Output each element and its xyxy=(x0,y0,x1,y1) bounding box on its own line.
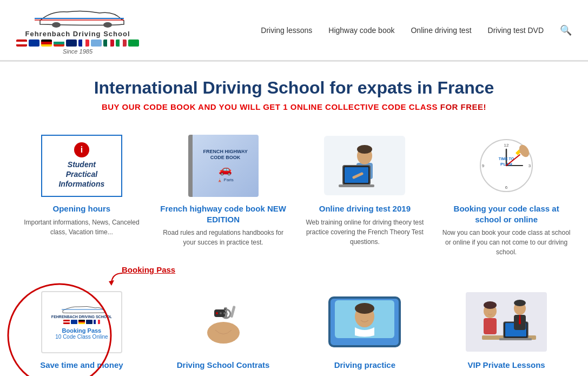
card-title-vip: VIP Private Lessons xyxy=(468,360,545,371)
card-title-contrats: Driving School Contrats xyxy=(177,360,270,371)
svg-rect-46 xyxy=(499,338,532,340)
card-desc-opening-hours: Important informations, News, Canceled c… xyxy=(16,217,147,237)
svg-text:6: 6 xyxy=(505,185,508,190)
search-icon-button[interactable]: 🔍 xyxy=(560,24,572,36)
cards-row-2-wrapper: Booking Pass FEHRENBACH DRIVING SCHOOL xyxy=(0,268,588,376)
card-title-opening-hours: Opening hours xyxy=(53,203,111,214)
bp-subtitle-text: 10 Code Class Online xyxy=(55,334,108,340)
nav-online-driving-test[interactable]: Online driving test xyxy=(411,26,471,35)
flag-us-icon xyxy=(16,39,27,47)
svg-point-35 xyxy=(223,312,226,314)
card-code-book[interactable]: FRENCH HIGHWAYCODE BOOK 🚗 🗼 Paris French… xyxy=(158,133,289,257)
nav-driving-lessons[interactable]: Driving lessons xyxy=(261,26,312,35)
bp-title-text: Booking Pass xyxy=(62,327,102,334)
svg-point-48 xyxy=(484,301,497,309)
bp-flag-row xyxy=(63,320,100,324)
card-image-contrats xyxy=(180,289,267,354)
flag-fr-icon xyxy=(78,39,89,47)
booking-pass-annotation: Booking Pass xyxy=(122,265,175,274)
card-desc-vip: VIP private lesson for theory and practi… xyxy=(441,374,572,377)
card-title-save-money: Save time and money xyxy=(40,360,123,371)
card-online-test[interactable]: Online driving test 2019 Web training on… xyxy=(300,133,431,257)
logo-text: Fehrenbach Driving School xyxy=(25,30,130,38)
card-title-driving-practice: Driving practice xyxy=(334,360,395,371)
nav-driving-test-dvd[interactable]: Driving test DVD xyxy=(488,26,544,35)
card-image-save-money: FEHRENBACH DRIVING SCHOOL Booking Pass 1… xyxy=(38,289,125,354)
svg-marker-23 xyxy=(109,280,114,286)
svg-point-51 xyxy=(514,300,526,306)
card-driving-practice[interactable]: Driving practice Your driving practice f… xyxy=(300,289,431,376)
booking-pass-card-visual: FEHRENBACH DRIVING SCHOOL Booking Pass 1… xyxy=(41,291,122,353)
bp-car-logo xyxy=(57,304,106,315)
card-title-online-test: Online driving test 2019 xyxy=(319,203,411,214)
card-desc-code-book: Road rules and regulations handbooks for… xyxy=(158,228,289,247)
svg-rect-36 xyxy=(230,306,236,318)
codebook-car-icon: 🚗 xyxy=(219,163,232,176)
svg-text:12: 12 xyxy=(504,143,509,148)
svg-text:TIME TO: TIME TO xyxy=(499,157,514,161)
card-image-student-info: i StudentPracticalInformations xyxy=(38,133,125,198)
flag-it-icon xyxy=(116,39,127,47)
card-vip-lessons[interactable]: VIP Private Lessons VIP private lesson f… xyxy=(441,289,572,376)
nav-highway-code-book[interactable]: Highway code book xyxy=(328,26,394,35)
svg-point-0 xyxy=(52,22,61,28)
svg-rect-30 xyxy=(224,308,226,310)
bp-flag-eu xyxy=(71,320,77,324)
svg-point-1 xyxy=(103,22,112,28)
bp-flag-gb xyxy=(86,320,93,324)
svg-point-26 xyxy=(207,322,240,344)
svg-point-34 xyxy=(220,312,222,314)
codebook-cover-text: FRENCH HIGHWAYCODE BOOK xyxy=(203,149,248,161)
card-save-money[interactable]: FEHRENBACH DRIVING SCHOOL Booking Pass 1… xyxy=(16,289,147,376)
flag-eu-icon xyxy=(29,39,39,47)
card-desc-save-money: Booking Pass for 10 x 2 hours online cod… xyxy=(16,374,147,377)
card-image-code-book: FRENCH HIGHWAYCODE BOOK 🚗 🗼 Paris xyxy=(180,133,267,198)
flag-row xyxy=(16,39,139,47)
flag-mx-icon xyxy=(103,39,114,47)
card-desc-contrats: Driving School can assist you with a var… xyxy=(158,374,289,377)
student-info-text: StudentPracticalInformations xyxy=(58,160,104,189)
card-booking-class[interactable]: 12 3 6 9 TIME TO PLAN Booking your code … xyxy=(441,133,572,257)
site-header: Fehrenbach Driving School Since 1985 Dri… xyxy=(0,0,588,61)
cards-row-2-grid: FEHRENBACH DRIVING SCHOOL Booking Pass 1… xyxy=(16,268,572,376)
logo-since: Since 1985 xyxy=(63,48,93,55)
svg-rect-49 xyxy=(484,318,497,334)
bp-school-name-text: FEHRENBACH DRIVING SCHOOL xyxy=(51,315,112,319)
hero-section: International Driving School for expats … xyxy=(0,62,588,122)
card-image-booking-class: 12 3 6 9 TIME TO PLAN xyxy=(463,133,550,198)
flag-ar-icon xyxy=(91,39,102,47)
booking-pass-arrow-icon xyxy=(107,271,123,287)
svg-point-6 xyxy=(357,145,372,154)
flag-de-icon xyxy=(41,39,52,47)
flag-br-icon xyxy=(128,39,139,47)
bp-flag-de xyxy=(78,320,85,324)
card-title-code-book: French highway code book NEW EDITION xyxy=(158,203,289,225)
cards-row-1: i StudentPracticalInformations Opening h… xyxy=(0,122,588,268)
car-logo-icon xyxy=(24,5,132,30)
code-book-cover: FRENCH HIGHWAYCODE BOOK 🚗 🗼 Paris xyxy=(188,135,259,197)
person-laptop-illustration xyxy=(327,138,402,193)
bp-flag-fr xyxy=(94,320,100,324)
card-desc-online-test: Web training online for driving theory t… xyxy=(300,217,431,247)
card-contrats[interactable]: Driving School Contrats Driving School c… xyxy=(158,289,289,376)
logo-area: Fehrenbach Driving School Since 1985 xyxy=(16,5,139,55)
card-opening-hours[interactable]: i StudentPracticalInformations Opening h… xyxy=(16,133,147,257)
car-keys-illustration xyxy=(183,292,264,352)
svg-rect-9 xyxy=(339,184,374,187)
flag-gb-icon xyxy=(66,39,77,47)
card-desc-driving-practice: Your driving practice for french license… xyxy=(300,374,431,377)
card-image-vip xyxy=(463,289,550,354)
card-desc-booking-class: Now you can book your code class at scho… xyxy=(441,228,572,257)
flag-bg-icon xyxy=(54,39,64,47)
driver-illustration xyxy=(324,292,405,352)
card-title-booking-class: Booking your code class at school or onl… xyxy=(441,203,572,225)
svg-point-40 xyxy=(355,303,374,314)
main-nav: Driving lessons Highway code book Online… xyxy=(261,24,572,36)
business-people-illustration xyxy=(466,292,547,352)
time-to-plan-clock: 12 3 6 9 TIME TO PLAN xyxy=(466,136,547,195)
svg-text:3: 3 xyxy=(528,163,531,168)
info-circle-icon: i xyxy=(74,142,89,157)
card-image-online-test xyxy=(321,133,408,198)
bp-flag-us xyxy=(63,320,70,324)
svg-text:9: 9 xyxy=(482,163,485,168)
